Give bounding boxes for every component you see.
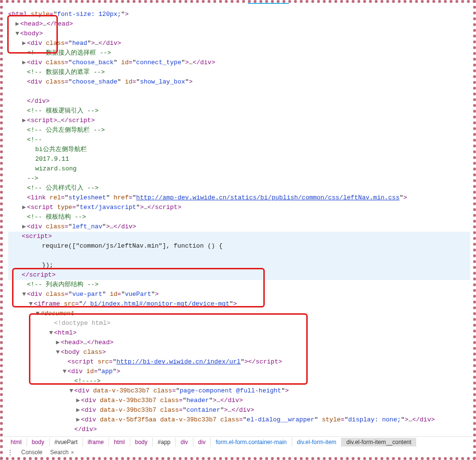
node-inner-head[interactable]: ▶<head>…</head> [8,338,470,348]
breadcrumb-item[interactable]: #vuePart [49,438,82,446]
node-div-container[interactable]: ▶<div data-v-39bc33b7 class="container">… [8,405,470,415]
expand-icon[interactable]: ▶ [22,39,27,48]
expand-icon[interactable]: ▶ [22,203,27,212]
breadcrumb-item[interactable]: html [6,438,27,446]
node-script-close[interactable]: </script> [8,270,470,280]
iframe-src-link[interactable]: /_bi/index.html#/monitor-mgt/device-mgt [82,300,229,307]
node-comment[interactable]: ▶<!-- 数据接入的遮罩 --> [8,68,470,77]
node-script-open[interactable]: <script> [8,232,470,241]
blank-line [8,251,470,261]
node-inner-html[interactable]: ▼<html> [8,328,470,338]
node-document[interactable]: ▼#document [8,309,470,319]
node-script[interactable]: ▶<script>…</script> [8,116,470,125]
breadcrumb-item[interactable]: body [27,438,49,446]
expand-icon[interactable]: ▶ [15,19,20,29]
node-comment[interactable]: ▶<!-- 列表内部结构 --> [8,280,470,290]
node-inner-script[interactable]: ▶<script src="http://bi-dev.wiwide.cn/in… [8,357,470,367]
script-src-link[interactable]: http://bi-dev.wiwide.cn/index/url [116,358,240,365]
collapse-icon[interactable]: ▼ [15,29,20,39]
breadcrumb-item[interactable]: iframe [82,438,109,446]
node-comment[interactable]: ▶<!-- 公共样式引入 --> [8,183,470,193]
breadcrumb-item[interactable]: form.el-form.container-main [210,438,291,446]
node-div-close[interactable]: ▶</div> [8,425,470,434]
node-div-choose-shade-close[interactable]: ▶</div> [8,97,470,106]
breadcrumb: htmlbody#vuePartiframehtmlbody#appdivdiv… [4,436,472,447]
breadcrumb-item[interactable]: body [130,438,152,446]
collapse-icon[interactable]: ▼ [69,386,74,396]
node-html[interactable]: <html style="font-size: 120px;"> [8,10,470,19]
node-doctype[interactable]: ▶<!doctype html> [8,319,470,328]
collapse-icon[interactable]: ▼ [22,290,27,299]
tab-search[interactable]: Search × [50,449,74,456]
breadcrumb-item[interactable]: div.el-form-item__content [341,438,416,446]
tab-console[interactable]: Console [21,449,42,456]
node-comment[interactable]: ▶<!-- 模板结构 --> [8,212,470,222]
active-tab-indicator [248,3,289,4]
href-link[interactable]: http://amp-dev.wiwide.cn/statics/bi/publ… [136,194,399,201]
expand-icon[interactable]: ▶ [22,116,27,125]
collapse-icon[interactable]: ▼ [55,348,60,357]
node-div-choose-shade-open[interactable]: ▶<div class="choose_shade" id="show_lay_… [8,77,470,87]
elements-tree[interactable]: <html style="font-size: 120px;"> ▶<head>… [8,10,470,435]
node-iframe[interactable]: ▼<iframe src="/_bi/index.html#/monitor-m… [8,299,470,309]
kebab-icon[interactable]: ⋮ [7,449,14,456]
expand-icon[interactable]: ▶ [55,338,60,348]
collapse-icon[interactable]: ▼ [35,309,40,319]
collapse-icon[interactable]: ▼ [62,367,67,376]
node-script-content[interactable]: }); [8,261,470,270]
node-comment-line[interactable]: bi公共左侧导航栏 [8,145,470,154]
node-script-content[interactable]: require(["common/js/leftNav.min"], funct… [8,241,470,251]
collapse-icon[interactable]: ▼ [28,299,33,309]
node-head[interactable]: ▶<head>…</head> [8,19,470,29]
node-inner-body[interactable]: ▼<body class> [8,348,470,357]
node-comment-close[interactable]: ▶--> [8,174,470,183]
node-comment[interactable]: ▶<!-- 数据接入的选择框 --> [8,48,470,58]
expand-icon[interactable]: ▶ [22,222,27,232]
node-comment[interactable]: ▶<!-- 模板逻辑引入 --> [8,106,470,116]
node-comment[interactable]: ▶<!----> [8,376,470,386]
node-comment-line[interactable]: 2017.9.11 [8,154,470,164]
node-comment[interactable]: ▶<!-- 公共左侧导航栏 --> [8,125,470,135]
breadcrumb-item[interactable]: html [109,438,130,446]
drawer-tabs: ⋮ Console Search × [4,447,472,457]
expand-icon[interactable]: ▶ [76,415,81,425]
node-div-head[interactable]: ▶<div class="head">…</div> [8,39,470,48]
node-body[interactable]: ▼<body> [8,29,470,39]
close-icon[interactable]: × [69,449,74,455]
node-div-app[interactable]: ▼<div id="app"> [8,367,470,376]
node-div-header[interactable]: ▶<div data-v-39bc33b7 class="header">…</… [8,396,470,405]
blank-line [8,87,470,97]
expand-icon[interactable]: ▶ [22,58,27,68]
node-div-vue-part[interactable]: ▼<div class="vue-part" id="vuePart"> [8,290,470,299]
node-link[interactable]: ▶<link rel="stylesheet" href="http://amp… [8,193,470,203]
expand-icon[interactable]: ▶ [76,396,81,405]
breadcrumb-item[interactable]: div [193,438,210,446]
node-div-dialog[interactable]: ▶<div data-v-5bf3f5aa data-v-39bc33b7 cl… [8,415,470,425]
breadcrumb-item[interactable]: div.el-form-item [292,438,341,446]
breadcrumb-item[interactable]: div [175,438,192,446]
expand-icon[interactable]: ▶ [76,405,81,415]
node-div-close[interactable]: ▶</div> [8,434,470,435]
node-comment-open[interactable]: ▶<!-- [8,135,470,145]
node-comment-line[interactable]: wizard.song [8,164,470,174]
breadcrumb-item[interactable]: #app [152,438,176,446]
node-script[interactable]: ▶<script type="text/javascript">…</scrip… [8,203,470,212]
node-div-choose-back[interactable]: ▶<div class="choose_back" id="connect_ty… [8,58,470,68]
node-div-left-nav[interactable]: ▶<div class="left_nav">…</div> [8,222,470,232]
collapse-icon[interactable]: ▼ [49,328,54,338]
node-div-page-component[interactable]: ▼<div data-v-39bc33b7 class="page-compon… [8,386,470,396]
